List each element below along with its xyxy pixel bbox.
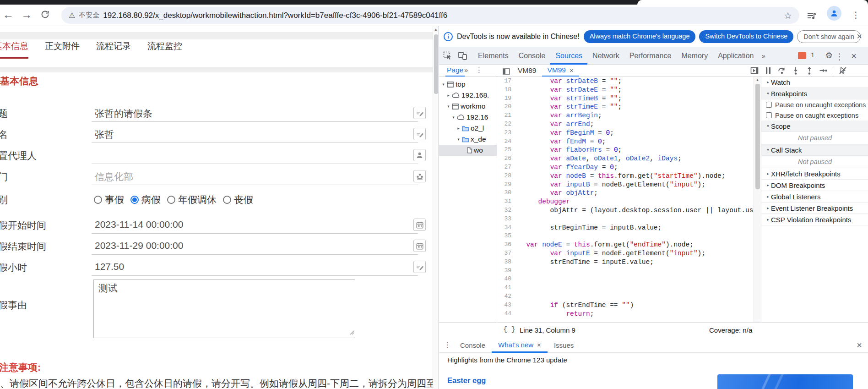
reload-icon[interactable] xyxy=(40,9,50,22)
url-text[interactable]: 192.168.80.92/x_desktop/workmobilewithac… xyxy=(103,11,780,20)
issues-count[interactable]: 1 xyxy=(811,51,814,59)
radio-option-1[interactable]: 事假 xyxy=(94,193,124,206)
edit-icon[interactable] xyxy=(413,261,426,273)
menu-kebab-icon[interactable]: ⋮ xyxy=(852,10,860,20)
sidebar-call-stack[interactable]: ▾Call Stack xyxy=(761,144,868,156)
line-number[interactable]: 38 xyxy=(497,258,518,267)
line-number[interactable]: 17 xyxy=(497,77,518,86)
checkbox-unchecked-icon[interactable] xyxy=(766,102,772,108)
tab-application[interactable]: Application xyxy=(713,47,759,65)
line-number[interactable]: 37 xyxy=(497,249,518,258)
field-value[interactable]: 127.50 xyxy=(95,261,124,272)
drawer-kebab-icon[interactable]: ⋮ xyxy=(444,340,451,349)
editor-tab-vm99[interactable]: VM99× xyxy=(542,65,579,77)
form-tab-3[interactable]: 流程记录 xyxy=(96,40,131,59)
tab-performance[interactable]: Performance xyxy=(624,47,677,65)
chevron-right-icon[interactable]: ▸ xyxy=(765,80,771,84)
line-number[interactable]: 29 xyxy=(497,181,518,189)
sidebar-scope[interactable]: ▾Scope xyxy=(761,121,868,132)
editor-tab-vm89[interactable]: VM89 xyxy=(512,65,542,77)
chevron-right-icon[interactable]: ▸ xyxy=(456,126,461,131)
issues-badge-icon[interactable] xyxy=(798,52,806,59)
profile-avatar[interactable] xyxy=(827,6,841,21)
radio-option-3[interactable]: 年假调休 xyxy=(167,193,217,206)
edit-icon[interactable] xyxy=(413,107,426,119)
address-bar[interactable]: ⚠ 不安全 192.168.80.92/x_desktop/workmobile… xyxy=(61,7,799,24)
tree-item-workmo[interactable]: ▾workmo xyxy=(439,101,497,112)
device-toolbar-icon[interactable] xyxy=(456,50,468,62)
tab-memory[interactable]: Memory xyxy=(676,47,713,65)
editor-v-scrollbar[interactable]: ▲ ▼ xyxy=(754,77,761,348)
chevron-right-icon[interactable]: ▸ xyxy=(765,171,771,176)
line-number[interactable]: 40 xyxy=(497,275,518,284)
line-number[interactable]: 28 xyxy=(497,172,518,181)
scroll-up-icon[interactable]: ▲ xyxy=(433,27,439,32)
notification-button-2[interactable]: Switch DevTools to Chinese xyxy=(699,30,793,43)
person-icon[interactable] xyxy=(413,149,426,161)
page-vertical-scrollbar[interactable]: ▲ xyxy=(433,26,439,389)
sidebar-event-listener-breakpoints[interactable]: ▸Event Listener Breakpoints xyxy=(761,203,868,214)
tree-item-192-16[interactable]: ▾192.16 xyxy=(439,112,497,123)
tab-network[interactable]: Network xyxy=(587,47,624,65)
line-number[interactable]: 41 xyxy=(497,284,518,292)
chevron-down-icon[interactable]: ▾ xyxy=(765,124,771,128)
devtools-kebab-icon[interactable]: ⋮ xyxy=(835,51,844,62)
drawer-tab-console[interactable]: Console xyxy=(454,338,492,353)
line-number[interactable]: 35 xyxy=(497,232,518,241)
media-controls-icon[interactable] xyxy=(807,11,817,23)
radio-unchecked-icon[interactable] xyxy=(94,196,102,204)
collapse-debugger-panel-icon[interactable] xyxy=(750,66,759,75)
radio-unchecked-icon[interactable] xyxy=(167,196,175,204)
navigator-kebab-icon[interactable]: ⋮ xyxy=(476,66,483,74)
sidebar-pause-on-caught-exceptions[interactable]: Pause on caught exceptions xyxy=(761,110,868,121)
chevron-right-icon[interactable]: ▸ xyxy=(765,206,771,210)
line-number[interactable]: 19 xyxy=(497,94,518,103)
line-number[interactable]: 25 xyxy=(497,146,518,154)
security-label[interactable]: 不安全 xyxy=(79,11,99,20)
bookmark-star-icon[interactable]: ☆ xyxy=(784,10,792,21)
line-number[interactable]: 36 xyxy=(497,241,518,249)
scroll-up-icon[interactable]: ▲ xyxy=(754,78,761,82)
chevron-right-icon[interactable]: ▸ xyxy=(765,194,771,199)
line-number[interactable]: 34 xyxy=(497,224,518,232)
radio-option-2[interactable]: 病假 xyxy=(130,193,161,206)
forward-icon[interactable]: → xyxy=(21,8,32,21)
calendar-icon[interactable] xyxy=(413,219,426,231)
calendar-icon[interactable] xyxy=(413,240,426,252)
navigator-more-icon[interactable]: » xyxy=(464,66,468,74)
org-icon[interactable] xyxy=(413,170,426,182)
radio-checked-icon[interactable] xyxy=(130,196,139,204)
pause-icon[interactable] xyxy=(764,66,772,75)
radio-option-4[interactable]: 丧假 xyxy=(223,193,253,206)
deactivate-breakpoints-icon[interactable] xyxy=(839,66,847,75)
tab-elements[interactable]: Elements xyxy=(473,47,514,65)
line-number[interactable]: 21 xyxy=(497,111,518,120)
tab-close-icon[interactable]: × xyxy=(570,66,574,74)
step-over-icon[interactable] xyxy=(778,66,786,75)
notification-close-icon[interactable]: × xyxy=(857,31,862,42)
more-tabs-icon[interactable]: » xyxy=(759,47,768,64)
line-number[interactable]: 23 xyxy=(497,129,518,137)
notification-button-1[interactable]: Always match Chrome's language xyxy=(584,30,696,43)
chevron-down-icon[interactable]: ▾ xyxy=(450,115,456,120)
line-number[interactable]: 18 xyxy=(497,86,518,94)
field-value[interactable]: 张哲的请假条 xyxy=(95,107,152,120)
scroll-thumb[interactable] xyxy=(755,84,760,189)
line-number[interactable]: 26 xyxy=(497,154,518,163)
line-number[interactable]: 42 xyxy=(497,292,518,301)
gear-icon[interactable]: ⚙ xyxy=(825,50,833,60)
inspect-element-icon[interactable] xyxy=(442,50,454,62)
line-number[interactable]: 27 xyxy=(497,163,518,172)
sidebar-csp-violation-breakpoints[interactable]: ▸CSP Violation Breakpoints xyxy=(761,214,868,225)
edit-icon[interactable] xyxy=(413,128,426,140)
step-out-icon[interactable] xyxy=(805,66,814,75)
line-number[interactable]: 44 xyxy=(497,310,518,318)
notification-button-3[interactable]: Don't show again xyxy=(797,30,861,43)
leave-reason-textarea[interactable]: 测试 xyxy=(93,279,355,338)
tree-item-192-168-[interactable]: ▸192.168. xyxy=(439,90,497,101)
sidebar-breakpoints[interactable]: ▾Breakpoints xyxy=(761,88,868,99)
sidebar-watch[interactable]: ▸Watch xyxy=(761,77,868,88)
chevron-down-icon[interactable]: ▾ xyxy=(445,104,451,109)
chevron-down-icon[interactable]: ▾ xyxy=(456,137,461,142)
tree-item-top[interactable]: ▾top xyxy=(439,79,497,90)
